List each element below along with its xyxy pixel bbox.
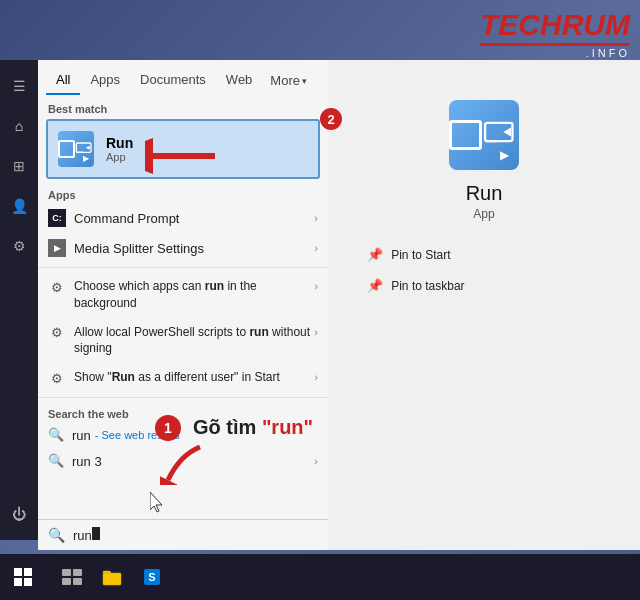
tab-web[interactable]: Web: [216, 66, 263, 95]
right-run-icon: [449, 100, 519, 170]
sidebar-person[interactable]: 👤: [3, 190, 35, 222]
desktop: TECHRUM .INFO ☰ ⌂ ⊞ 👤 ⚙ ⏻ All Apps Docum…: [0, 0, 640, 600]
divider-1: [38, 267, 328, 268]
web-item-1[interactable]: 🔍 run - See web results: [38, 422, 328, 448]
start-button[interactable]: [0, 554, 46, 600]
svg-rect-10: [62, 569, 71, 576]
logo-underline: [480, 43, 630, 46]
settings-icon-1: ⚙: [48, 278, 66, 296]
cmd-chevron: ›: [314, 212, 318, 224]
web-item-2[interactable]: 🔍 run 3 ›: [38, 448, 328, 474]
settings-item-2[interactable]: ⚙ Allow local PowerShell scripts to run …: [38, 318, 328, 364]
settings-item-1[interactable]: ⚙ Choose which apps can run in the backg…: [38, 272, 328, 318]
search-input-value[interactable]: run: [73, 527, 100, 543]
right-panel: Run App 📌 Pin to Start 📌 Pin to taskbar: [328, 60, 640, 550]
store-icon: S: [143, 568, 161, 586]
badge-2: 2: [320, 108, 342, 130]
web-query-2: run 3: [72, 454, 102, 469]
sidebar-power[interactable]: ⏻: [3, 498, 35, 530]
web-icon-2: 🔍: [48, 453, 64, 469]
run-app-icon: [56, 129, 96, 169]
sidebar-gear[interactable]: ⚙: [3, 230, 35, 262]
right-app-name: Run: [466, 182, 503, 205]
settings-icon-2: ⚙: [48, 324, 66, 342]
file-explorer-icon: [102, 568, 122, 586]
left-sidebar: ☰ ⌂ ⊞ 👤 ⚙ ⏻: [0, 60, 38, 540]
settings-icon-3: ⚙: [48, 369, 66, 387]
right-run-svg: [482, 111, 519, 159]
settings-text-2: Allow local PowerShell scripts to run wi…: [74, 324, 314, 358]
pin-start-icon: 📌: [367, 247, 383, 262]
cmd-label: Command Prompt: [74, 211, 179, 226]
windows-icon: [14, 568, 32, 586]
media-icon: ▶: [48, 239, 66, 257]
pin-to-taskbar[interactable]: 📌 Pin to taskbar: [359, 272, 609, 299]
media-chevron: ›: [314, 242, 318, 254]
right-app-type: App: [473, 207, 494, 221]
search-bar-container: 🔍 run: [38, 519, 328, 550]
tab-documents[interactable]: Documents: [130, 66, 216, 95]
web-query-1: run: [72, 428, 91, 443]
tab-all[interactable]: All: [46, 66, 80, 95]
run-icon-svg: [75, 135, 94, 163]
pin-taskbar-icon: 📌: [367, 278, 383, 293]
search-bar-icon: 🔍: [48, 527, 65, 543]
sidebar-grid[interactable]: ⊞: [3, 150, 35, 182]
right-actions: 📌 Pin to Start 📌 Pin to taskbar: [359, 241, 609, 299]
techrum-logo: TECHRUM .INFO: [480, 8, 630, 59]
pin-to-start[interactable]: 📌 Pin to Start: [359, 241, 609, 268]
svg-marker-1: [86, 146, 90, 150]
list-item-media[interactable]: ▶ Media Splitter Settings ›: [38, 233, 328, 263]
web-icon-1: 🔍: [48, 427, 64, 443]
svg-marker-4: [504, 127, 512, 136]
settings-item-3[interactable]: ⚙ Show "Run as a different user" in Star…: [38, 363, 328, 393]
svg-rect-12: [62, 578, 71, 585]
svg-rect-11: [73, 569, 82, 576]
web-chevron-2: ›: [314, 455, 318, 467]
search-panel: All Apps Documents Web More ▾ Best match: [38, 60, 328, 550]
sidebar-home[interactable]: ⌂: [3, 110, 35, 142]
best-match-type: App: [106, 151, 310, 163]
web-see-results: - See web results: [95, 429, 180, 441]
settings-chevron-2: ›: [314, 326, 318, 338]
media-label: Media Splitter Settings: [74, 241, 204, 256]
best-match-label: Best match: [38, 95, 328, 119]
best-match-name: Run: [106, 135, 310, 151]
settings-text-3: Show "Run as a different user" in Start: [74, 369, 314, 386]
sidebar-hamburger[interactable]: ☰: [3, 70, 35, 102]
tab-apps[interactable]: Apps: [80, 66, 130, 95]
taskbar: S: [0, 554, 640, 600]
apps-section-label: Apps: [38, 183, 328, 203]
best-match-item[interactable]: Run App: [46, 119, 320, 179]
settings-chevron-1: ›: [314, 280, 318, 292]
logo-sub: .INFO: [586, 47, 630, 59]
taskbar-task-view[interactable]: [54, 559, 90, 595]
web-section-label: Search the web: [38, 402, 328, 422]
list-item-cmd[interactable]: C: Command Prompt ›: [38, 203, 328, 233]
settings-chevron-3: ›: [314, 371, 318, 383]
settings-text-1: Choose which apps can run in the backgro…: [74, 278, 314, 312]
task-view-icon: [62, 569, 82, 585]
logo-text: TECHRUM: [480, 8, 630, 42]
taskbar-file-explorer[interactable]: [94, 559, 130, 595]
tab-more[interactable]: More ▾: [262, 67, 315, 94]
pin-taskbar-label: Pin to taskbar: [391, 279, 464, 293]
best-match-text: Run App: [106, 135, 310, 163]
search-tabs: All Apps Documents Web More ▾: [38, 60, 328, 95]
pin-start-label: Pin to Start: [391, 248, 450, 262]
svg-rect-14: [103, 573, 121, 585]
svg-rect-13: [73, 578, 82, 585]
divider-2: [38, 397, 328, 398]
taskbar-store[interactable]: S: [134, 559, 170, 595]
svg-text:S: S: [148, 571, 155, 583]
cmd-icon: C:: [48, 209, 66, 227]
taskbar-apps: S: [54, 559, 170, 595]
